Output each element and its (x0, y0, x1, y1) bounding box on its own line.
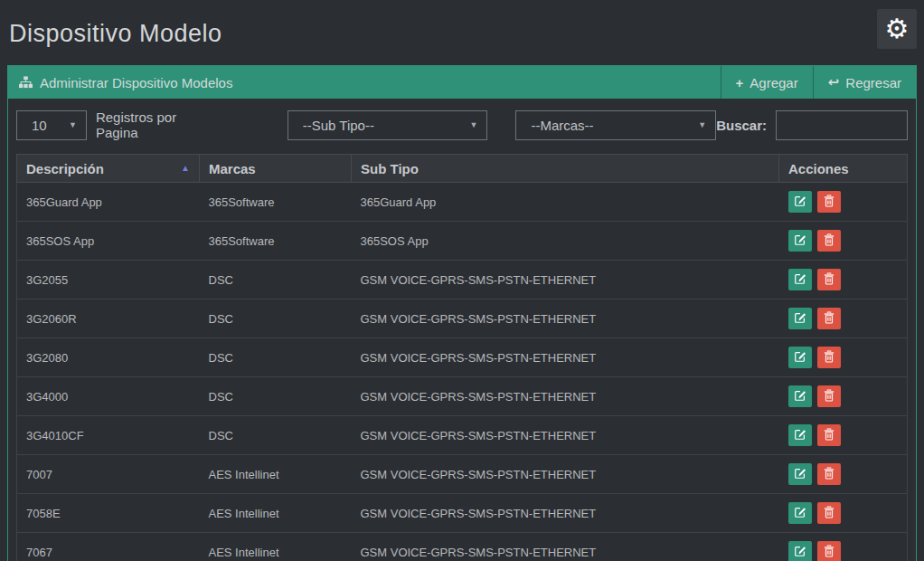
delete-button[interactable] (817, 502, 841, 524)
cell-acciones (779, 261, 908, 300)
chevron-down-icon: ▼ (698, 120, 706, 129)
page-size-select[interactable]: 10 ▼ (16, 110, 87, 140)
search-input[interactable] (776, 110, 908, 140)
edit-icon (794, 506, 806, 521)
filter-row: 10 ▼ Registros por Pagina --Sub Tipo-- ▼… (16, 109, 908, 140)
add-button-label: Agregar (750, 75, 797, 90)
cell-subtipo: GSM VOICE-GPRS-SMS-PSTN-ETHERNET (352, 338, 779, 377)
edit-icon (794, 233, 806, 249)
subtipo-select[interactable]: --Sub Tipo-- ▼ (288, 110, 488, 140)
cell-subtipo: 365Guard App (352, 183, 779, 222)
back-button[interactable]: ↩ Regresar (813, 66, 916, 99)
cell-acciones (779, 183, 908, 222)
edit-icon (794, 389, 806, 404)
delete-button[interactable] (817, 347, 841, 368)
cell-marcas: AES Intellinet (200, 455, 352, 494)
column-header-subtipo[interactable]: Sub Tipo (352, 155, 779, 183)
cell-marcas: 365Software (200, 183, 352, 222)
table-row: 365SOS App365Software365SOS App (17, 222, 908, 261)
edit-icon (794, 428, 806, 443)
marcas-select[interactable]: --Marcas-- ▼ (515, 110, 716, 140)
edit-button[interactable] (788, 463, 812, 485)
cell-descripcion: 3G2080 (17, 338, 200, 377)
delete-button[interactable] (817, 230, 841, 252)
cell-acciones (779, 377, 908, 416)
trash-icon (824, 233, 834, 249)
table-row: 3G2055DSCGSM VOICE-GPRS-SMS-PSTN-ETHERNE… (17, 261, 908, 300)
chevron-down-icon: ▼ (69, 120, 77, 129)
edit-button[interactable] (788, 385, 812, 407)
panel-title-group: Administrar Dispositivo Modelos (8, 66, 721, 99)
edit-button[interactable] (788, 347, 812, 368)
cell-acciones (779, 533, 908, 561)
gear-icon: ⚙ (885, 14, 910, 43)
edit-button[interactable] (788, 269, 812, 290)
delete-button[interactable] (817, 191, 841, 213)
edit-icon (794, 545, 806, 560)
cell-descripcion: 3G2055 (17, 261, 200, 300)
cell-descripcion: 3G4000 (17, 377, 200, 416)
delete-button[interactable] (817, 541, 841, 561)
cell-marcas: 365Software (200, 222, 352, 261)
cell-descripcion: 7007 (17, 455, 200, 494)
trash-icon (824, 272, 834, 288)
panel-body: 10 ▼ Registros por Pagina --Sub Tipo-- ▼… (8, 99, 916, 561)
table-row: 7007AES IntellinetGSM VOICE-GPRS-SMS-PST… (17, 455, 908, 494)
panel: Administrar Dispositivo Modelos + Agrega… (7, 65, 917, 561)
column-header-marcas[interactable]: Marcas (200, 155, 352, 183)
delete-button[interactable] (817, 463, 841, 485)
cell-acciones (779, 222, 908, 261)
edit-icon (794, 272, 806, 288)
edit-icon (794, 467, 806, 482)
table-row: 365Guard App365Software365Guard App (17, 183, 908, 222)
edit-icon (794, 195, 806, 210)
delete-button[interactable] (817, 424, 841, 446)
cell-subtipo: GSM VOICE-GPRS-SMS-PSTN-ETHERNET (352, 455, 779, 494)
plus-icon: + (736, 75, 744, 90)
table-body: 365Guard App365Software365Guard App365SO… (17, 183, 908, 561)
back-button-label: Regresar (845, 75, 901, 90)
marcas-value: --Marcas-- (531, 118, 593, 133)
cell-subtipo: GSM VOICE-GPRS-SMS-PSTN-ETHERNET (352, 494, 779, 533)
delete-button[interactable] (817, 308, 841, 329)
device-model-table: Descripción ▲ Marcas Sub Tipo Acciones 3… (16, 154, 908, 561)
cell-descripcion: 365SOS App (17, 222, 200, 261)
trash-icon (824, 467, 834, 482)
trash-icon (824, 545, 834, 560)
cell-acciones (779, 416, 908, 455)
chevron-down-icon: ▼ (470, 120, 478, 129)
edit-icon (794, 311, 806, 327)
table-row: 3G2080DSCGSM VOICE-GPRS-SMS-PSTN-ETHERNE… (17, 338, 908, 377)
search-label: Buscar: (716, 118, 767, 133)
top-bar: Dispositivo Modelo ⚙ (0, 0, 924, 65)
settings-button[interactable]: ⚙ (877, 9, 917, 49)
edit-button[interactable] (788, 502, 812, 524)
add-button[interactable]: + Agregar (721, 66, 813, 99)
edit-button[interactable] (788, 191, 812, 213)
table-row: 3G2060RDSCGSM VOICE-GPRS-SMS-PSTN-ETHERN… (17, 300, 908, 338)
search-group: Buscar: (716, 110, 908, 140)
edit-button[interactable] (788, 230, 812, 252)
page-size-value: 10 (32, 118, 47, 133)
edit-button[interactable] (788, 308, 812, 329)
panel-header: Administrar Dispositivo Modelos + Agrega… (8, 66, 916, 99)
cell-descripcion: 7067 (17, 533, 200, 561)
sort-asc-icon: ▲ (181, 163, 190, 173)
cell-acciones (779, 494, 908, 533)
column-header-descripcion[interactable]: Descripción ▲ (17, 155, 200, 183)
delete-button[interactable] (817, 269, 841, 290)
edit-button[interactable] (788, 541, 812, 561)
trash-icon (824, 350, 834, 366)
cell-descripcion: 3G4010CF (17, 416, 200, 455)
cell-subtipo: GSM VOICE-GPRS-SMS-PSTN-ETHERNET (352, 377, 779, 416)
cell-marcas: DSC (200, 261, 352, 300)
cell-subtipo: GSM VOICE-GPRS-SMS-PSTN-ETHERNET (352, 533, 779, 561)
cell-marcas: AES Intellinet (200, 533, 352, 561)
edit-button[interactable] (788, 424, 812, 446)
page-title: Dispositivo Modelo (9, 20, 917, 48)
trash-icon (824, 311, 834, 327)
table-row: 3G4000DSCGSM VOICE-GPRS-SMS-PSTN-ETHERNE… (17, 377, 908, 416)
delete-button[interactable] (817, 385, 841, 407)
page-size-label: Registros por Pagina (96, 109, 222, 140)
edit-icon (794, 350, 806, 366)
